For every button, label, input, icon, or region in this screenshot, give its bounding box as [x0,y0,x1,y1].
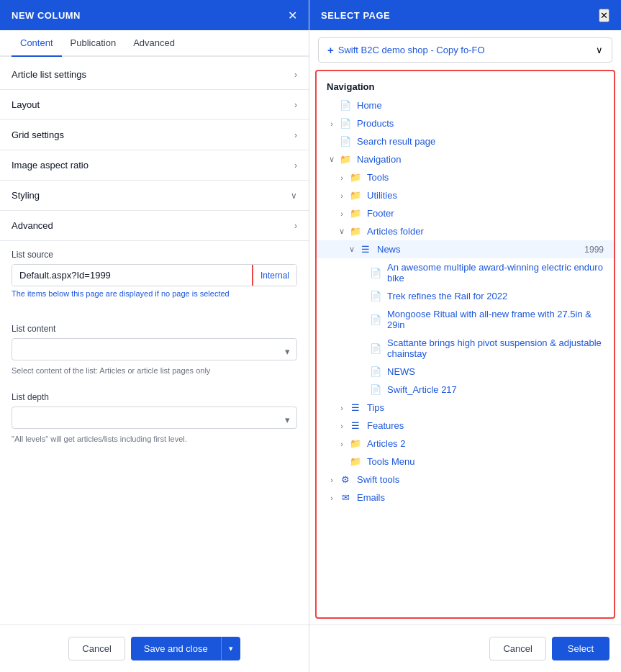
select-button[interactable]: Select [552,637,609,660]
right-panel: SELECT PAGE ✕ + Swift B2C demo shop - Co… [309,0,621,672]
list-source-label: List source [12,250,297,260]
save-close-group: Save and close ▾ [131,637,240,660]
accordion-article-list-settings-header[interactable]: Article list settings › [0,60,309,89]
tree-item-articles-2[interactable]: › 📁 Articles 2 [317,435,614,453]
list-depth-hint: "All levels" will get articles/lists inc… [12,435,297,443]
tab-content[interactable]: Content [12,30,62,57]
chevron-icon [357,344,367,353]
chevron-icon: ∨ [337,227,347,236]
accordion-styling-header[interactable]: Styling ∨ [0,181,309,210]
tree-item-label: Trek refines the Rail for 2022 [387,291,604,301]
chevron-icon: › [337,173,347,182]
accordion-label: Styling [12,190,40,201]
tree-item-news[interactable]: ∨ ☰ News 1999 [317,240,614,258]
list-content-section: List content Select content of the list:… [0,315,309,383]
right-panel-close-button[interactable]: ✕ [599,9,609,22]
tree-item-article-4[interactable]: 📄 Scattante brings high pivot suspension… [317,334,614,363]
article-icon: 📄 [370,314,381,324]
chevron-icon: › [294,221,297,231]
right-cancel-button[interactable]: Cancel [489,637,545,660]
tree-item-article-6[interactable]: 📄 Swift_Article 217 [317,381,614,399]
accordion-advanced-header[interactable]: Advanced › [0,211,309,240]
tree-item-id: 1999 [584,245,604,255]
tree-item-label: An awesome multiple award-winning electr… [387,262,604,283]
tree-item-articles-folder[interactable]: ∨ 📁 Articles folder [317,222,614,240]
chevron-icon: › [337,440,347,448]
save-close-dropdown-button[interactable]: ▾ [221,637,240,660]
tree-item-emails[interactable]: › ✉ Emails [317,489,614,507]
folder-icon: 📁 [350,457,361,467]
accordion-advanced: Advanced › [0,211,309,241]
accordion-label: Article list settings [12,69,86,80]
right-panel-header: SELECT PAGE ✕ [309,0,621,30]
chevron-icon: ∨ [347,245,357,254]
chevron-icon [357,315,367,324]
list-icon: ☰ [350,403,361,413]
tree-item-label: Mongoose Ritual with all-new frame with … [387,309,604,330]
plus-icon: + [327,44,334,56]
list-depth-label: List depth [12,392,297,402]
save-close-button[interactable]: Save and close [131,637,221,660]
tab-publication[interactable]: Publication [62,30,125,57]
left-cancel-button[interactable]: Cancel [68,637,124,660]
email-icon: ✉ [340,493,351,503]
tree-item-label: Navigation [357,154,604,165]
accordion-image-aspect: Image aspect ratio › [0,150,309,181]
tree-item-label: Tools [367,172,604,183]
page-icon: 📄 [340,119,351,129]
tree-item-products[interactable]: › 📄 Products [317,114,614,132]
tree-item-swift-tools[interactable]: › ⚙ Swift tools [317,471,614,489]
internal-button[interactable]: Internal [252,265,296,286]
list-content-select[interactable] [12,338,297,360]
tree-item-label: Articles folder [367,226,604,237]
accordion-layout: Layout › [0,90,309,120]
shop-selector[interactable]: + Swift B2C demo shop - Copy fo-FO ∨ [318,37,612,63]
tree-item-article-1[interactable]: 📄 An awesome multiple award-winning elec… [317,258,614,287]
chevron-icon [357,368,367,376]
chevron-icon: › [327,476,337,484]
tree-item-navigation[interactable]: ∨ 📁 Navigation [317,150,614,168]
chevron-icon: ∨ [291,191,297,201]
left-panel-close-button[interactable]: ✕ [288,9,297,22]
article-icon: 📄 [370,291,381,301]
list-depth-section: List depth "All levels" will get article… [0,383,309,452]
accordion-layout-header[interactable]: Layout › [0,90,309,119]
page-icon: 📄 [340,137,351,147]
tree-item-label: Scattante brings high pivot suspension &… [387,337,604,359]
tree-item-tools-menu[interactable]: 📁 Tools Menu [317,453,614,471]
tree-item-tips[interactable]: › ☰ Tips [317,399,614,417]
tree-item-label: Features [367,420,604,431]
tree-item-article-3[interactable]: 📄 Mongoose Ritual with all-new frame wit… [317,305,614,334]
list-icon: ☰ [350,421,361,431]
chevron-icon [337,458,347,466]
accordion-label: Advanced [12,220,53,231]
tree-section-label: Navigation [317,77,614,96]
tab-advanced[interactable]: Advanced [124,30,183,57]
right-panel-title: SELECT PAGE [321,10,390,21]
tree-item-article-2[interactable]: 📄 Trek refines the Rail for 2022 [317,287,614,305]
accordion-grid-settings-header[interactable]: Grid settings › [0,120,309,150]
list-depth-select[interactable] [12,407,297,429]
folder-icon: 📁 [350,227,361,237]
tree-item-features[interactable]: › ☰ Features [317,417,614,435]
tree-item-article-5[interactable]: 📄 NEWS [317,363,614,381]
chevron-icon [357,292,367,301]
accordion-label: Grid settings [12,130,64,140]
shop-selector-text: + Swift B2C demo shop - Copy fo-FO [327,44,485,56]
tree-item-utilities[interactable]: › 📁 Utilities [317,186,614,204]
accordion-image-aspect-header[interactable]: Image aspect ratio › [0,150,309,180]
article-icon: 📄 [370,385,381,395]
tree-item-home[interactable]: 📄 Home [317,96,614,114]
accordion-article-list-settings: Article list settings › [0,60,309,90]
accordion-grid-settings: Grid settings › [0,120,309,150]
left-footer: Cancel Save and close ▾ [0,625,309,672]
tree-item-search[interactable]: 📄 Search result page [317,132,614,150]
chevron-icon: › [327,494,337,502]
tree-item-label: News [377,244,581,255]
accordion-label: Layout [12,99,40,110]
tree-item-footer[interactable]: › 📁 Footer [317,204,614,222]
tree-item-tools[interactable]: › 📁 Tools [317,168,614,186]
tree-item-label: Utilities [367,190,604,201]
accordion-body: Article list settings › Layout › Grid se… [0,57,309,625]
list-source-input[interactable] [12,265,252,286]
